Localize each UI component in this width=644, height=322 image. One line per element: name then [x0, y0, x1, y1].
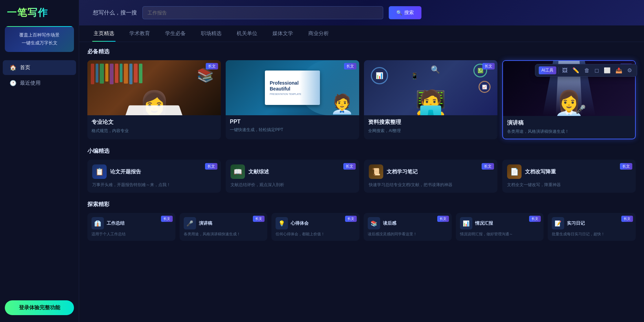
situation-badge: 长文	[529, 216, 541, 222]
ppt-card-body: PPT 一键快速生成，轻松搞定PPT	[226, 115, 359, 137]
card-rewrite[interactable]: 长文 📄 文档改写降重 文档全文一键改写，降重神器	[502, 160, 636, 193]
sidebar-item-home-label: 首页	[20, 64, 30, 71]
literature-title: 文献综述	[248, 169, 269, 175]
card-study-notes[interactable]: 长文 📜 文档学习笔记 快速学习总结专业文档/文献，把书读薄的神器	[364, 160, 497, 193]
card-speech2[interactable]: 长文 🎤 演讲稿 各类用途，风格演讲稿快速生成！	[180, 213, 268, 241]
banner-card: 覆盖上百种写作场景 一键生成万字长文	[5, 26, 74, 52]
card-proposal[interactable]: 长文 📋 论文开题报告 万事开头难，开题报告特别难～来，点我！	[87, 160, 221, 193]
speech2-badge: 长文	[253, 216, 265, 222]
rewrite-icon: 📄	[510, 168, 519, 176]
speech2-icon-box: 🎤	[184, 217, 196, 229]
work-summary-header: 👔 工作总结	[92, 217, 171, 229]
card-experience[interactable]: 长文 💡 心得体会 任何心得体会，都能上价值！	[271, 213, 359, 241]
research-desc: 全网搜索，AI整理	[368, 128, 493, 134]
literature-header: 📖 文献综述	[230, 164, 354, 179]
search-button[interactable]: 🔍 搜索	[389, 6, 421, 19]
thesis-title: 专业论文	[92, 119, 217, 126]
app-logo: 一笔写作	[7, 6, 48, 19]
search-bar: 想写什么，搜一搜 🔍 搜索	[79, 0, 644, 25]
experience-desc: 任何心得体会，都能上价值！	[276, 232, 355, 237]
tab-media[interactable]: 媒体文学	[265, 25, 301, 42]
situation-title: 情况汇报	[475, 220, 493, 226]
sidebar-item-home[interactable]: 🏠 首页	[3, 60, 76, 75]
internship-header: 📝 实习日记	[552, 217, 632, 229]
study-notes-icon-box: 📜	[369, 164, 383, 179]
tab-academic[interactable]: 学术教育	[122, 25, 158, 42]
research-badge: 长文	[482, 63, 495, 69]
card-work-summary[interactable]: 长文 👔 工作总结 适用于个人工作总结	[87, 213, 175, 241]
experience-badge: 长文	[345, 216, 357, 222]
search-input[interactable]	[142, 6, 383, 19]
ai-toolbar: AI工具 🖼 ✏️ 🗑 ◻ ⬜ 📤 ⚙	[535, 64, 637, 77]
experience-icon: 💡	[278, 220, 285, 227]
experience-icon-box: 💡	[276, 217, 288, 229]
situation-desc: 情况说明汇报，做好管理沟通～	[460, 232, 540, 237]
sidebar-item-recent[interactable]: 🕐 最近使用	[3, 76, 76, 90]
speech2-icon: 🎤	[186, 220, 193, 227]
proposal-title: 论文开题报告	[110, 169, 141, 175]
ppt-desc: 一键快速生成，轻松搞定PPT	[230, 127, 355, 133]
experience-header: 💡 心得体会	[276, 217, 355, 229]
sidebar: 一笔写作 覆盖上百种写作场景 一键生成万字长文 🏠 首页 🕐 最近使用 登录体验…	[0, 0, 79, 322]
speech2-header: 🎤 演讲稿	[184, 217, 264, 229]
logo-area: 一笔写作	[0, 0, 79, 23]
ppt-title: PPT	[230, 119, 355, 125]
internship-desc: 批量生成每日实习日记，超快！	[552, 232, 632, 237]
tab-government[interactable]: 机关单位	[229, 25, 265, 42]
internship-icon: 📝	[555, 220, 561, 227]
ai-tool-settings-icon[interactable]: ⚙	[626, 66, 633, 74]
study-notes-badge: 长文	[482, 163, 494, 170]
speech2-title: 演讲稿	[199, 220, 212, 226]
study-notes-icon: 📜	[372, 168, 380, 176]
rewrite-title: 文档改写降重	[525, 169, 556, 175]
proposal-badge: 长文	[205, 163, 217, 170]
research-title: 资料搜索整理	[368, 119, 493, 126]
card-literature[interactable]: 长文 📖 文献综述 文献总结评价，观点深入剖析	[226, 160, 359, 193]
card-reading[interactable]: 长文 📚 读后感 读后感没灵感的同学看这里！	[364, 213, 452, 241]
literature-desc: 文献总结评价，观点深入剖析	[230, 182, 354, 188]
reading-badge: 长文	[437, 216, 449, 222]
tab-workplace[interactable]: 职场精选	[193, 25, 229, 42]
editor-picks-title: 小编精选	[87, 148, 636, 155]
ai-tool-export-icon[interactable]: 📤	[614, 66, 624, 74]
thesis-badge: 长文	[206, 63, 218, 69]
ai-tool-square-icon[interactable]: ◻	[593, 66, 600, 74]
experience-title: 心得体会	[291, 220, 309, 226]
toolbar-separator	[558, 67, 559, 74]
explore-section-title: 探索精彩	[87, 201, 636, 208]
editor-picks-row: 长文 📋 论文开题报告 万事开头难，开题报告特别难～来，点我！ 长文 📖 文献综…	[87, 160, 636, 193]
tab-student[interactable]: 学生必备	[158, 25, 193, 42]
reading-desc: 读后感没灵感的同学看这里！	[368, 232, 448, 237]
rewrite-header: 📄 文档改写降重	[507, 164, 631, 179]
tab-business[interactable]: 商业分析	[301, 25, 336, 42]
work-summary-desc: 适用于个人工作总结	[92, 232, 171, 237]
rewrite-badge: 长文	[620, 163, 632, 170]
reading-icon: 📚	[371, 220, 377, 227]
speech-title: 演讲稿	[507, 119, 631, 127]
situation-header: 📊 情况汇报	[460, 217, 540, 229]
tab-home[interactable]: 主页精选	[86, 25, 122, 42]
situation-icon: 📊	[463, 220, 470, 227]
ppt-badge: 长文	[344, 63, 356, 69]
featured-section-title: 必备精选	[87, 48, 636, 55]
internship-title: 实习日记	[567, 220, 585, 226]
proposal-icon-box: 📋	[92, 164, 107, 179]
proposal-icon: 📋	[95, 168, 104, 176]
research-card-body: 资料搜索整理 全网搜索，AI整理	[364, 115, 497, 138]
ai-tool-rect-icon[interactable]: ⬜	[602, 66, 612, 74]
card-situation[interactable]: 长文 📊 情况汇报 情况说明汇报，做好管理沟通～	[456, 213, 544, 241]
search-icon: 🔍	[396, 10, 402, 15]
login-button[interactable]: 登录体验完整功能	[5, 300, 74, 315]
card-ppt[interactable]: ProfessionalBeautiful PRESENTATION TEMPL…	[226, 60, 359, 139]
ai-tool-delete-icon[interactable]: 🗑	[583, 67, 591, 74]
banner-line1: 覆盖上百种写作场景	[9, 31, 70, 39]
speech-desc: 各类用途，风格演讲稿快速生成！	[507, 128, 631, 135]
ai-tool-image-icon[interactable]: 🖼	[561, 67, 569, 74]
content-area: 必备精选	[79, 42, 644, 322]
ai-tool-edit-icon[interactable]: ✏️	[571, 66, 581, 74]
card-thesis[interactable]: 👩 长文 专业论文 格式规范，内容专业	[87, 60, 221, 139]
card-internship[interactable]: 长文 📝 实习日记 批量生成每日实习日记，超快！	[548, 213, 636, 241]
card-research[interactable]: 📊 💹 📈 🧑‍💻 🔍 📱 长文 资料搜索整理 全网搜索，AI整理	[364, 60, 497, 139]
work-summary-icon-box: 👔	[92, 217, 104, 229]
rewrite-icon-box: 📄	[507, 164, 522, 179]
